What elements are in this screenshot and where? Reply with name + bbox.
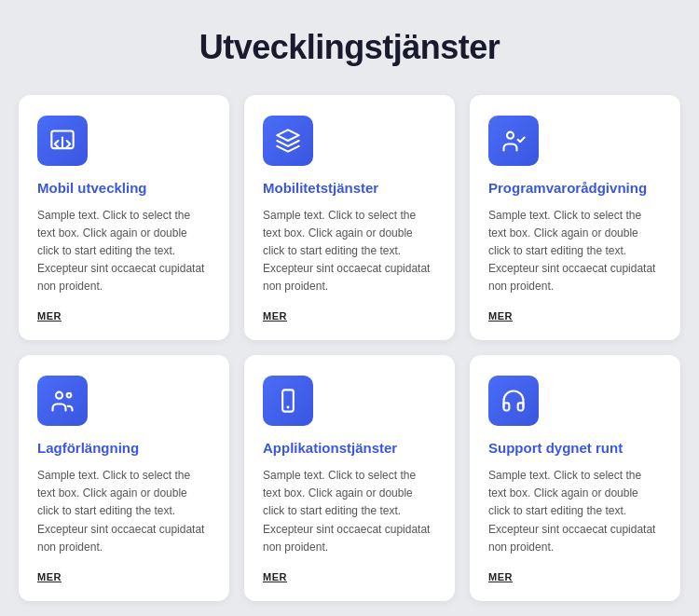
card-mobil-utveckling: Mobil utveckling Sample text. Click to s… [19, 95, 229, 340]
card-mobilitetstjanster: Mobilitetstjänster Sample text. Click to… [244, 95, 455, 340]
card-text-lagforlangning: Sample text. Click to select the text bo… [37, 467, 211, 556]
svg-point-5 [67, 393, 72, 398]
card-text-mobilitetstjanster: Sample text. Click to select the text bo… [263, 207, 436, 296]
card-lagforlangning: Lagförlängning Sample text. Click to sel… [19, 355, 229, 600]
layers-icon [263, 116, 313, 166]
svg-point-4 [56, 392, 62, 399]
card-title-support-dygnet-runt: Support dygnet runt [488, 439, 623, 458]
svg-point-3 [507, 132, 514, 139]
card-title-mobilitetstjanster: Mobilitetstjänster [263, 179, 378, 198]
code-icon [37, 116, 88, 166]
users-code-icon [488, 116, 539, 166]
card-title-applikationstjanster: Applikationstjänster [263, 439, 397, 458]
card-programvaroradgivning: Programvarorådgivning Sample text. Click… [470, 95, 680, 340]
card-text-applikationstjanster: Sample text. Click to select the text bo… [263, 467, 436, 556]
card-title-mobil-utveckling: Mobil utveckling [37, 179, 147, 198]
page-wrapper: Utvecklingstjänster Mobil utveckling Sam… [19, 28, 680, 601]
page-title: Utvecklingstjänster [19, 28, 680, 67]
card-link-programvaroradgivning[interactable]: MER [488, 310, 513, 322]
card-title-lagforlangning: Lagförlängning [37, 439, 139, 458]
card-title-programvaroradgivning: Programvarorådgivning [488, 179, 647, 198]
headset-icon [488, 376, 539, 426]
card-link-applikationstjanster[interactable]: MER [263, 571, 287, 582]
cards-grid: Mobil utveckling Sample text. Click to s… [19, 95, 680, 601]
card-link-mobilitetstjanster[interactable]: MER [263, 310, 287, 322]
card-support-dygnet-runt: Support dygnet runt Sample text. Click t… [470, 355, 680, 600]
card-applikationstjanster: Applikationstjänster Sample text. Click … [244, 355, 455, 600]
card-text-mobil-utveckling: Sample text. Click to select the text bo… [37, 207, 211, 296]
card-text-programvaroradgivning: Sample text. Click to select the text bo… [488, 207, 662, 296]
svg-marker-2 [277, 130, 298, 141]
phone-app-icon [263, 376, 313, 426]
card-text-support-dygnet-runt: Sample text. Click to select the text bo… [488, 467, 662, 556]
team-icon [37, 376, 88, 426]
card-link-support-dygnet-runt[interactable]: MER [488, 571, 513, 582]
card-link-mobil-utveckling[interactable]: MER [37, 310, 62, 322]
card-link-lagforlangning[interactable]: MER [37, 571, 62, 582]
